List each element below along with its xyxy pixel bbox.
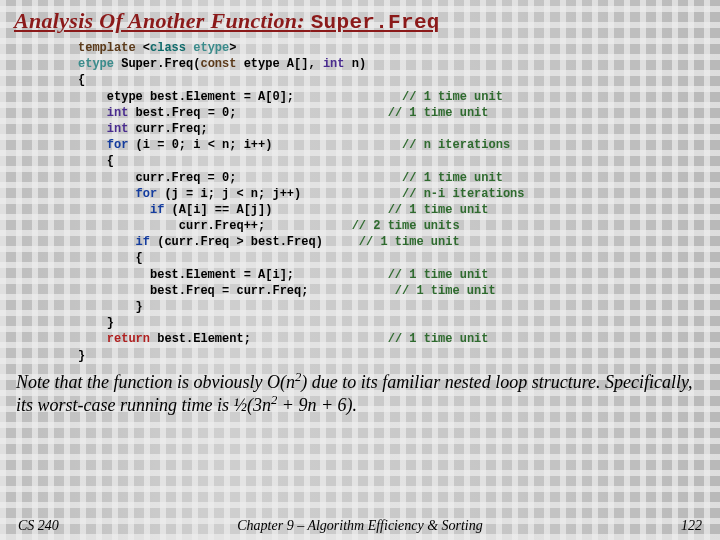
footer-center: Chapter 9 – Algorithm Efficiency & Sorti… [88, 518, 632, 534]
footer-right: 122 [632, 518, 702, 534]
slide-content: Analysis Of Another Function: Super.Freq… [0, 0, 720, 540]
footer: CS 240 Chapter 9 – Algorithm Efficiency … [0, 518, 720, 534]
code-block: template <class etype> etype Super.Freq(… [78, 40, 706, 364]
title-prefix: Analysis Of Another Function: [14, 8, 311, 33]
kw-etype: etype [186, 41, 229, 55]
footer-left: CS 240 [18, 518, 88, 534]
kw-template: template [78, 41, 136, 55]
title-mono: Super.Freq [311, 11, 440, 34]
page-title: Analysis Of Another Function: Super.Freq [14, 8, 706, 34]
note-text: Note that the function is obviously O(n2… [16, 370, 698, 417]
kw-class: class [150, 41, 186, 55]
